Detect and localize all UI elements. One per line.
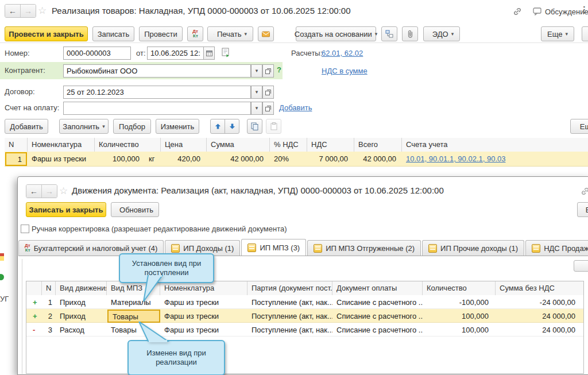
col-accounts[interactable]: Счета учета	[402, 138, 588, 152]
col-payment-doc[interactable]: Документ оплаты	[332, 281, 423, 295]
edo-button[interactable]: ЭДО▾	[423, 26, 460, 41]
help-button-fragment[interactable]	[582, 26, 588, 41]
col-nomenclature[interactable]: Номенклатура	[160, 281, 247, 295]
contract-open-button[interactable]	[262, 86, 274, 99]
paste-button[interactable]	[266, 119, 281, 134]
settlements-accounts-link[interactable]: 62.01, 62.02	[322, 49, 363, 57]
mpz-cell-selected[interactable]: Товары	[107, 310, 160, 323]
post-button[interactable]: Провести	[139, 26, 183, 41]
col-batch[interactable]: Партия (документ пост...	[247, 281, 332, 295]
tab-nds-prodazhi[interactable]: НДС Продажи (1)	[525, 240, 588, 256]
batch-cell[interactable]: Поступление (акт, нак...	[247, 309, 332, 323]
dialog-back-button[interactable]: ←	[26, 185, 42, 198]
col-n[interactable]: N	[5, 138, 28, 152]
movements-more-button-fragment[interactable]	[574, 260, 588, 272]
invoice-dropdown-button[interactable]: ▾	[251, 102, 262, 115]
attachments-button[interactable]	[402, 26, 418, 41]
col-movement-type[interactable]: Вид движения	[56, 281, 107, 295]
plan-payment-icon[interactable]	[221, 48, 231, 58]
dialog-refresh-button[interactable]: Обновить	[111, 202, 159, 217]
nomenclature-cell[interactable]: Фарш из трески	[28, 152, 95, 167]
items-edit-button[interactable]: Изменить	[156, 119, 199, 134]
row-number-cell[interactable]: 1	[5, 152, 27, 166]
number-input[interactable]	[63, 47, 131, 60]
batch-cell[interactable]: Поступление (акт, нак...	[247, 295, 332, 309]
col-vat-pct[interactable]: % НДС	[270, 138, 307, 152]
contract-input[interactable]	[63, 86, 251, 99]
payment-doc-cell[interactable]: Списание с расчетного ...	[332, 295, 423, 309]
vat-cell[interactable]: 7 000,00	[307, 152, 352, 167]
col-sum[interactable]: Сумма	[207, 138, 270, 152]
dtkt-postings-button[interactable]: ДтКт	[187, 26, 203, 41]
total-cell[interactable]: 42 000,00	[354, 152, 400, 167]
date-input[interactable]	[147, 47, 204, 60]
qty-cell[interactable]: 100,000	[423, 323, 493, 337]
dialog-link-icon[interactable]	[581, 187, 588, 196]
batch-cell[interactable]: Поступление (акт, нак...	[247, 323, 332, 337]
nomenclature-cell[interactable]: Фарш из трески	[160, 323, 247, 337]
send-email-button[interactable]	[258, 26, 274, 41]
sum-cell[interactable]: 42 000,00	[207, 152, 268, 167]
col-n[interactable]: N	[42, 281, 56, 295]
invoice-open-button[interactable]	[262, 102, 274, 115]
nomenclature-cell[interactable]: Фарш из трески	[160, 309, 247, 323]
print-button[interactable]: Печать▾	[207, 26, 253, 41]
n-cell[interactable]: 3	[42, 323, 55, 337]
vat-in-sum-link[interactable]: НДС в сумме	[322, 67, 368, 75]
sum-cell[interactable]: -24 000,00	[496, 295, 579, 309]
counterparty-help-link[interactable]: ?	[277, 65, 281, 74]
more-button[interactable]: Еще▾	[541, 26, 574, 41]
related-documents-button[interactable]	[381, 26, 397, 41]
calendar-button[interactable]	[203, 47, 215, 60]
back-button[interactable]: ←	[5, 5, 21, 17]
movement-cell[interactable]: Приход	[56, 309, 107, 323]
movement-cell[interactable]: Расход	[56, 323, 107, 337]
items-pick-button[interactable]: Подбор	[113, 119, 151, 134]
counterparty-open-button[interactable]	[262, 64, 274, 78]
create-based-on-button[interactable]: Создать на основании▾	[296, 26, 376, 41]
tab-ip-mpz-otgruzhennye[interactable]: ИП МПЗ Отгруженные (2)	[307, 240, 421, 256]
payment-doc-cell[interactable]: Списание с расчетного ...	[332, 323, 423, 337]
tab-ip-mpz[interactable]: ИП МПЗ (3)	[241, 239, 306, 256]
post-and-close-button[interactable]: Провести и закрыть	[5, 26, 88, 41]
col-vat[interactable]: НДС	[307, 138, 354, 152]
col-sum[interactable]: Сумма без НДС	[496, 281, 583, 295]
invoice-add-link[interactable]: Добавить	[279, 103, 312, 112]
col-qty[interactable]: Количество	[95, 138, 161, 152]
n-cell[interactable]: 2	[42, 309, 55, 323]
move-down-button[interactable]	[225, 119, 239, 134]
qty-cell[interactable]: 100,000	[423, 309, 493, 323]
forward-button[interactable]: →	[21, 5, 36, 17]
items-more-button[interactable]: Еще	[570, 119, 588, 134]
n-cell[interactable]: 1	[42, 295, 55, 309]
items-fill-button[interactable]: Заполнить▾	[59, 119, 109, 134]
col-nomenclature[interactable]: Номенклатура	[28, 138, 95, 152]
dialog-more-button[interactable]: Еще	[577, 202, 588, 217]
invoice-input[interactable]	[63, 102, 251, 115]
nomenclature-cell[interactable]: Фарш из трески	[160, 295, 247, 309]
menu-dots-icon[interactable]: ⋮	[580, 5, 588, 15]
col-price[interactable]: Цена	[161, 138, 207, 152]
dialog-save-close-button[interactable]: Записать и закрыть	[26, 202, 106, 217]
sum-cell[interactable]: 24 000,00	[496, 309, 579, 323]
copy-button[interactable]	[247, 119, 262, 134]
col-total[interactable]: Всего	[354, 138, 402, 152]
dialog-favorite-star-icon[interactable]: ☆	[59, 185, 68, 197]
accounts-link[interactable]: 10.01, 90.01.1, 90.02.1, 90.03	[402, 152, 588, 167]
col-qty[interactable]: Количество	[423, 281, 496, 295]
contract-dropdown-button[interactable]: ▾	[251, 86, 262, 99]
manual-adjust-checkbox[interactable]	[21, 225, 29, 233]
items-add-button[interactable]: Добавить	[5, 119, 48, 134]
counterparty-input[interactable]	[63, 64, 251, 78]
sum-cell[interactable]: 24 000,00	[496, 323, 579, 337]
unit-cell[interactable]: кг	[145, 152, 161, 167]
move-up-button[interactable]	[210, 119, 225, 134]
dialog-forward-button[interactable]: →	[42, 185, 57, 198]
qty-cell[interactable]: 100,000	[95, 152, 144, 167]
save-button[interactable]: Записать	[92, 26, 134, 41]
tab-ip-prochie-dohody[interactable]: ИП Прочие доходы (1)	[422, 240, 524, 256]
favorite-star-icon[interactable]: ☆	[38, 5, 47, 17]
vat-pct-cell[interactable]: 20%	[270, 152, 307, 167]
movement-cell[interactable]: Приход	[56, 295, 107, 309]
discussion-icon[interactable]	[533, 7, 542, 16]
